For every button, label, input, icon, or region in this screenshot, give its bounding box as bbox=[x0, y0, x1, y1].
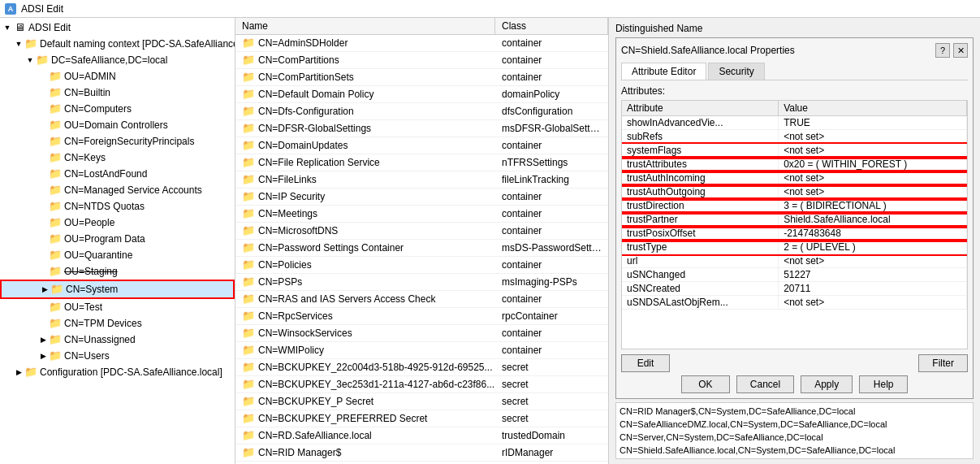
tree-item-cn-users[interactable]: ▶ 📁 CN=Users bbox=[0, 348, 235, 364]
list-row[interactable]: 📁CN=RAS and IAS Servers Access Checkcont… bbox=[235, 291, 608, 308]
tree-pane[interactable]: ▼ 🖥 ADSI Edit ▼ 📁 Default naming context… bbox=[0, 18, 235, 464]
help-button[interactable]: Help bbox=[859, 375, 908, 393]
list-row[interactable]: 📁CN=AdminSDHoldercontainer bbox=[235, 35, 608, 52]
list-row[interactable]: 📁CN=MicrosoftDNScontainer bbox=[235, 223, 608, 240]
list-row[interactable]: 📁CN=DFSR-GlobalSettingsmsDFSR-GlobalSett… bbox=[235, 120, 608, 137]
list-pane[interactable]: Name Class 📁CN=AdminSDHoldercontainer 📁C… bbox=[235, 18, 609, 464]
tree-item-configuration[interactable]: ▶ 📁 Configuration [PDC-SA.SafeAlliance.l… bbox=[0, 364, 235, 380]
attr-row-usnchanged[interactable]: uSNChanged 51227 bbox=[622, 268, 967, 282]
list-row[interactable]: 📁CN=WMIPolicycontainer bbox=[235, 342, 608, 359]
attr-value: 51227 bbox=[779, 268, 967, 282]
list-row[interactable]: 📁CN=Policiescontainer bbox=[235, 257, 608, 274]
attr-row-trust-partner[interactable]: trustPartner Shield.SafeAlliance.local bbox=[622, 213, 967, 227]
tree-item-cn-system[interactable]: ▶ 📁 CN=System bbox=[0, 280, 235, 299]
expander-cn-system[interactable]: ▶ bbox=[39, 284, 50, 295]
tree-item-ou-staging[interactable]: ▶ 📁 OU=Staging bbox=[0, 263, 235, 280]
list-row[interactable]: 📁CN=WinsockServicescontainer bbox=[235, 325, 608, 342]
list-row[interactable]: 📁CN=FileLinksfileLinkTracking bbox=[235, 171, 608, 189]
list-row[interactable]: 📁CN=RID Manager$rIDManager bbox=[235, 444, 608, 462]
attrs-table-wrap[interactable]: Attribute Value showInAdvancedVie... TRU… bbox=[621, 100, 968, 349]
attr-value: <not set> bbox=[779, 171, 967, 185]
list-row[interactable]: 📁CN=BCKUPKEY_P Secretsecret bbox=[235, 393, 608, 410]
expander-configuration[interactable]: ▶ bbox=[13, 366, 24, 378]
tree-item-cn-keys[interactable]: ▶ 📁 CN=Keys bbox=[0, 150, 235, 166]
apply-button[interactable]: Apply bbox=[801, 375, 853, 393]
tree-item-cn-tpm[interactable]: ▶ 📁 CN=TPM Devices bbox=[0, 315, 235, 332]
expander-naming[interactable]: ▼ bbox=[13, 38, 24, 50]
list-row[interactable]: 📁CN=PSPsmsImaging-PSPs bbox=[235, 274, 608, 291]
tree-label-ou-people: OU=People bbox=[64, 215, 114, 230]
tab-security[interactable]: Security bbox=[708, 63, 764, 80]
tree-item-cn-computers[interactable]: ▶ 📁 CN=Computers bbox=[0, 101, 235, 117]
expander-root[interactable]: ▼ bbox=[2, 22, 13, 33]
list-row[interactable]: 📁CN=Dfs-ConfigurationdfsConfiguration bbox=[235, 103, 608, 120]
tree-item-ou-admin[interactable]: ▶ 📁 OU=ADMIN bbox=[0, 68, 235, 85]
tree-item-ou-quarantine[interactable]: ▶ 📁 OU=Quarantine bbox=[0, 247, 235, 263]
tree-item-root[interactable]: ▼ 🖥 ADSI Edit bbox=[0, 20, 235, 36]
expander-cn-users[interactable]: ▶ bbox=[37, 350, 49, 362]
list-row[interactable]: 📁CN=ComPartitionscontainer bbox=[235, 52, 608, 69]
attr-row-trust-type[interactable]: trustType 2 = ( UPLEVEL ) bbox=[622, 241, 967, 254]
tree-item-ou-programdata[interactable]: ▶ 📁 OU=Program Data bbox=[0, 231, 235, 247]
help-window-btn[interactable]: ? bbox=[935, 43, 950, 58]
tree-item-ou-dc[interactable]: ▶ 📁 OU=Domain Controllers bbox=[0, 117, 235, 133]
attr-row-system-flags[interactable]: systemFlags <not set> bbox=[622, 144, 967, 158]
attr-row[interactable]: showInAdvancedVie... TRUE bbox=[622, 116, 967, 130]
tree-item-cn-ntds[interactable]: ▶ 📁 CN=NTDS Quotas bbox=[0, 198, 235, 215]
attr-row-trust-attrs[interactable]: trustAttributes 0x20 = ( WITHIN_FOREST ) bbox=[622, 158, 967, 171]
tree-item-cn-foreign[interactable]: ▶ 📁 CN=ForeignSecurityPrincipals bbox=[0, 133, 235, 150]
list-row[interactable]: 📁CN=BCKUPKEY_PREFERRED Secretsecret bbox=[235, 410, 608, 427]
attr-row-usndsalast[interactable]: uSNDSALastObjRem... <not set> bbox=[622, 296, 967, 310]
tree-item-cn-unassigned[interactable]: ▶ 📁 CN=Unassigned bbox=[0, 332, 235, 348]
tree-label-configuration: Configuration [PDC-SA.SafeAlliance.local… bbox=[40, 365, 222, 379]
list-row[interactable]: 📁CN=BCKUPKEY_22c004d3-518b-4925-912d-695… bbox=[235, 359, 608, 376]
tree-label-cn-users: CN=Users bbox=[64, 349, 110, 363]
edit-button[interactable]: Edit bbox=[621, 354, 670, 372]
attr-row-url[interactable]: url <not set> bbox=[622, 254, 967, 268]
list-row[interactable]: 📁CN=BCKUPKEY_3ec253d1-211a-4127-ab6d-c23… bbox=[235, 376, 608, 393]
attr-value: <not set> bbox=[779, 130, 967, 144]
close-window-btn[interactable]: ✕ bbox=[953, 43, 968, 58]
expander-cn-unassigned[interactable]: ▶ bbox=[37, 334, 49, 345]
folder-icon-ou-people: 📁 bbox=[49, 217, 62, 228]
expander-dc[interactable]: ▼ bbox=[24, 54, 36, 66]
tree-item-ou-people[interactable]: ▶ 📁 OU=People bbox=[0, 215, 235, 231]
list-row[interactable]: 📁CN=ComPartitionSetscontainer bbox=[235, 69, 608, 86]
attr-row-trust-authin[interactable]: trustAuthIncoming <not set> bbox=[622, 171, 967, 185]
col-header-value[interactable]: Value bbox=[779, 101, 967, 116]
col-header-attribute[interactable]: Attribute bbox=[622, 101, 779, 116]
attr-row-trust-posix[interactable]: trustPosixOffset -2147483648 bbox=[622, 227, 967, 241]
list-row[interactable]: 📁CN=File Replication ServicenTFRSSetting… bbox=[235, 154, 608, 171]
list-row[interactable]: 📁CN=Default Domain PolicydomainPolicy bbox=[235, 86, 608, 103]
list-row[interactable]: 📁CN=DomainUpdatescontainer bbox=[235, 137, 608, 154]
attr-value: <not set> bbox=[779, 144, 967, 158]
attr-row-trust-authout[interactable]: trustAuthOutgoing <not set> bbox=[622, 185, 967, 199]
list-row[interactable]: 📁CN=IP Securitycontainer bbox=[235, 189, 608, 206]
attr-name: subRefs bbox=[622, 130, 779, 144]
tree-label-ou-test: OU=Test bbox=[64, 300, 102, 314]
attr-name: showInAdvancedVie... bbox=[622, 116, 779, 130]
tree-item-ou-test[interactable]: ▶ 📁 OU=Test bbox=[0, 299, 235, 315]
filter-button[interactable]: Filter bbox=[918, 354, 968, 372]
tree-item-cn-lost[interactable]: ▶ 📁 CN=LostAndFound bbox=[0, 166, 235, 182]
attr-row-trust-direction[interactable]: trustDirection 3 = ( BIDIRECTIONAL ) bbox=[622, 199, 967, 213]
attr-name: trustDirection bbox=[622, 199, 779, 213]
dn-bottom: CN=RID Manager$,CN=System,DC=SafeAllianc… bbox=[615, 402, 974, 459]
list-row[interactable]: 📁CN=Password Settings ContainermsDS-Pass… bbox=[235, 240, 608, 257]
props-pane: Distinguished Name CN=Shield.SafeAllianc… bbox=[609, 18, 980, 464]
tree-label-cn-managed: CN=Managed Service Accounts bbox=[64, 183, 202, 197]
tree-item-naming[interactable]: ▼ 📁 Default naming context [PDC-SA.SafeA… bbox=[0, 36, 235, 52]
list-header-class[interactable]: Class bbox=[495, 18, 608, 34]
list-row[interactable]: 📁CN=Meetingscontainer bbox=[235, 206, 608, 223]
list-row[interactable]: 📁CN=RpcServicesrpcContainer bbox=[235, 308, 608, 325]
list-row[interactable]: 📁CN=RD.SafeAlliance.localtrustedDomain bbox=[235, 427, 608, 444]
tree-item-dc[interactable]: ▼ 📁 DC=SafeAlliance,DC=local bbox=[0, 52, 235, 68]
tab-attribute-editor[interactable]: Attribute Editor bbox=[621, 63, 706, 80]
attr-row[interactable]: subRefs <not set> bbox=[622, 130, 967, 144]
ok-button[interactable]: OK bbox=[681, 375, 730, 393]
tree-item-cn-builtin[interactable]: ▶ 📁 CN=Builtin bbox=[0, 85, 235, 101]
tree-item-cn-managed[interactable]: ▶ 📁 CN=Managed Service Accounts bbox=[0, 182, 235, 198]
cancel-button[interactable]: Cancel bbox=[736, 375, 794, 393]
attr-row-usncreated[interactable]: uSNCreated 20711 bbox=[622, 282, 967, 296]
list-header-name[interactable]: Name bbox=[235, 18, 495, 34]
